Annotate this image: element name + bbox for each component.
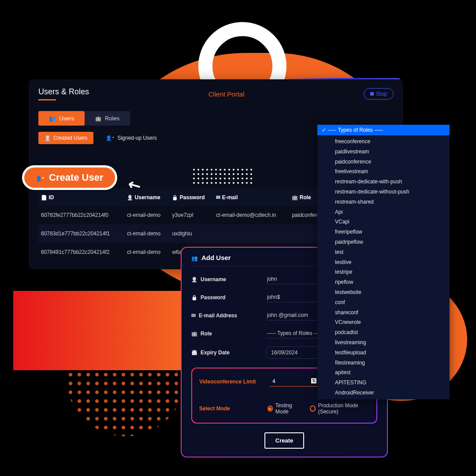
user-plus-icon [106, 135, 115, 141]
user-icon [45, 135, 51, 141]
roles-dropdown-option[interactable]: ripeflow [326, 277, 445, 287]
lock-icon [172, 194, 178, 201]
stop-icon [370, 92, 374, 96]
tab-users[interactable]: Users [38, 111, 85, 126]
panel-title: Users & Roles [38, 87, 89, 97]
roles-dropdown-option[interactable]: test [326, 247, 445, 257]
lab-password: Password [201, 294, 226, 301]
lab-username: Username [201, 276, 226, 283]
title-underline [38, 99, 56, 100]
roles-dropdown-option[interactable]: conf [326, 298, 445, 308]
col-password[interactable]: Password [169, 189, 213, 206]
bg-gradient-bar [13, 291, 181, 370]
subtab-created-users[interactable]: Created Users [38, 132, 93, 144]
roles-dropdown-option[interactable]: APITESTING [326, 378, 445, 388]
roles-dropdown-option[interactable]: restream-shared [326, 197, 445, 207]
lab-email: E-mail Address [199, 312, 237, 319]
roles-dropdown-option[interactable]: VCapi [326, 217, 445, 227]
stop-label: Stop [376, 91, 387, 97]
radio-testing-mode[interactable]: Testing Mode [268, 402, 301, 415]
mail-icon [216, 194, 220, 201]
lock-icon [191, 294, 197, 301]
roles-dropdown-option[interactable]: shareconf [326, 308, 445, 318]
roles-dropdown-option[interactable]: Api [326, 207, 445, 217]
user-plus-icon [36, 173, 45, 182]
roles-dropdown-header[interactable]: ----- Types of Roles ----- [317, 125, 450, 135]
roles-dropdown-option[interactable]: testlive [326, 257, 445, 268]
subtab-signed-label: Signed-up Users [117, 135, 156, 141]
roles-dropdown-option[interactable]: freeripeflow [326, 227, 445, 237]
tab-roles-label: Roles [105, 115, 119, 122]
subtab-signed-users[interactable]: Signed-up Users [100, 132, 163, 144]
tab-roles[interactable]: Roles [85, 111, 130, 126]
tab-users-label: Users [59, 115, 74, 122]
mail-icon [191, 312, 196, 319]
roles-dropdown[interactable]: ----- Types of Roles ----- freeconferenc… [317, 125, 450, 399]
roles-dropdown-option[interactable]: freelivestream [326, 167, 445, 177]
roles-dropdown-option[interactable]: apitest [326, 368, 445, 378]
roles-dropdown-option[interactable]: restream-dedicate-without-push [326, 187, 445, 197]
col-id[interactable]: ID [38, 189, 124, 206]
roles-dropdown-option[interactable]: VCnewrole [326, 317, 445, 327]
roles-dropdown-option[interactable]: testfileupload [326, 348, 445, 358]
radio-production-mode[interactable]: Production Mode (Secure) [310, 402, 369, 415]
roles-dropdown-option[interactable]: restream-dedicate-with-push [326, 177, 445, 187]
roles-dropdown-option[interactable]: paidconference [326, 157, 445, 167]
users-icon [49, 115, 56, 122]
create-submit-button[interactable]: Create [264, 432, 304, 449]
roles-dropdown-option[interactable]: testripe [326, 267, 445, 277]
col-email[interactable]: E-mail [213, 189, 289, 206]
create-user-label: Create User [49, 172, 104, 183]
create-user-button[interactable]: Create User [22, 165, 117, 190]
roles-dropdown-option[interactable]: filestreaming [326, 358, 445, 368]
doc-icon [41, 194, 47, 201]
roles-dropdown-option[interactable]: paidlivestream [326, 147, 445, 157]
lab-select-mode: Select Mode [199, 405, 259, 412]
roles-dropdown-option[interactable]: testwebsite [326, 287, 445, 298]
lab-role: Role [201, 331, 212, 337]
input-vc-limit[interactable]: 4 [270, 376, 318, 387]
roles-dropdown-option[interactable]: podcadtst [326, 327, 445, 338]
lab-vc-limit: Videoconference Limit [199, 379, 270, 385]
panel-title-block: Users & Roles [38, 87, 89, 100]
user-icon [127, 194, 133, 201]
stop-button[interactable]: Stop [364, 88, 394, 100]
user-icon [191, 276, 197, 283]
roles-dropdown-option[interactable]: AndroidReceiver [326, 388, 445, 398]
roles-dropdown-option[interactable]: livestreaming [326, 338, 445, 348]
users-icon [191, 254, 198, 261]
subtab-created-label: Created Users [53, 135, 87, 141]
calendar-icon [191, 350, 197, 356]
briefcase-icon [95, 115, 101, 122]
briefcase-icon [292, 194, 298, 201]
roles-dropdown-option[interactable]: freeconference [326, 137, 445, 147]
header-dot-grid [192, 167, 253, 185]
roles-dropdown-option[interactable]: paidripeflow [326, 237, 445, 247]
briefcase-icon [191, 331, 197, 337]
lab-expiry: Expiry Date [201, 350, 230, 356]
client-portal-label: Client Portal [208, 90, 245, 98]
